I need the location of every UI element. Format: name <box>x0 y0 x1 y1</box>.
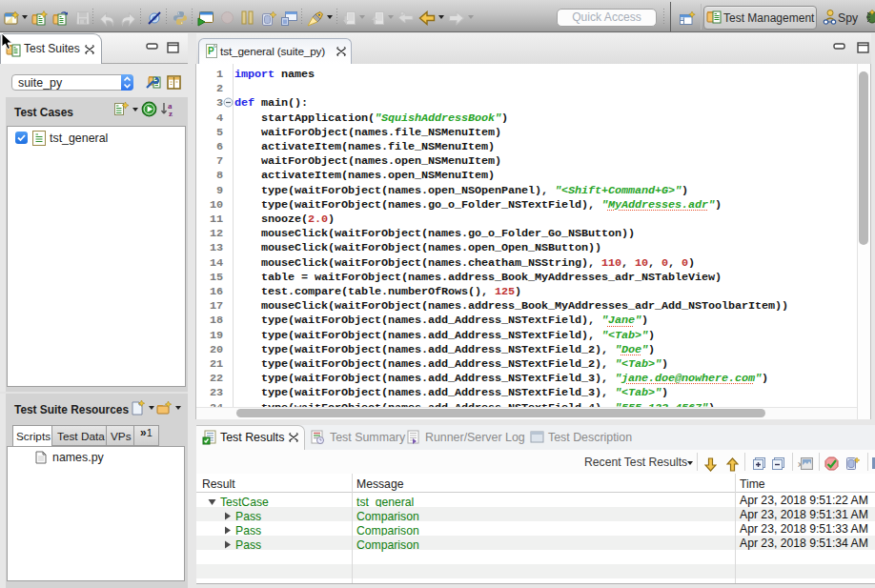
svg-text:z: z <box>169 109 173 117</box>
svg-text:P: P <box>208 46 214 56</box>
